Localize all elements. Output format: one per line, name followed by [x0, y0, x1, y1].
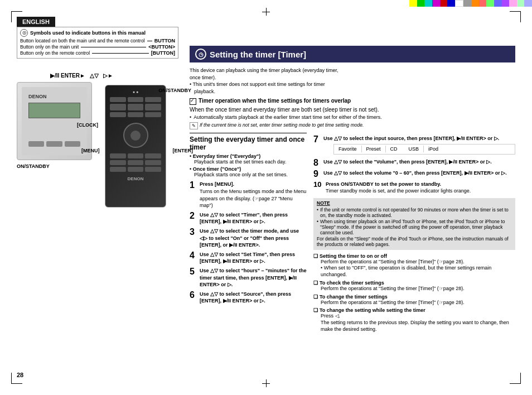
step-7: 7 Use △▽ to select the input source, the…	[313, 135, 515, 156]
remote-btn	[110, 97, 126, 102]
denon-logo: DENON	[28, 94, 47, 99]
source-preset: Preset	[364, 146, 383, 153]
sym-label-2: <BUTTON>	[148, 44, 175, 50]
sq-icon-1: ❑	[313, 253, 318, 259]
sym-line	[147, 41, 152, 41]
bottom-item-title-2: ❑ To check the timer settings	[313, 280, 515, 286]
symbols-title: Symbols used to indicate buttons in this…	[30, 30, 146, 36]
on-standby-remote: ON/STANDBY	[158, 88, 191, 93]
step-content-10: Press ON/STANDBY to set the power to sta…	[326, 181, 515, 195]
remote-btn	[110, 112, 126, 117]
steps-col: Setting the everyday timer and once time…	[190, 133, 307, 334]
sym-label-3: [BUTTON]	[151, 50, 175, 56]
bottom-item-text-2: Perform the operations at "Setting the t…	[321, 286, 515, 292]
step-content-6: Use △▽ to select "Source", then press [E…	[200, 291, 307, 305]
bottom-item-timer-onoff: ❑ Setting the timer to on or off Perform…	[313, 253, 515, 278]
overlap-bullet: • Automatically starts playback at the e…	[190, 114, 515, 120]
overlap-heading: Timer operation when the time settings f…	[199, 98, 351, 104]
remote-btn	[145, 160, 161, 165]
step-bold-8: Use △▽ to select the "Volume", then pres…	[323, 159, 492, 165]
ctrl-enter: ▶/II ENTER►	[50, 73, 85, 79]
step-4: 4 Use △▽ to select "Set Time", then pres…	[190, 251, 307, 265]
source-favorite: Favorite	[336, 146, 359, 153]
menu-label: [MENU]	[81, 148, 100, 153]
ctrl-buttons: ▶/II ENTER► △▽ ▷►	[17, 73, 181, 79]
remote-btn	[128, 104, 144, 110]
sym-line-3	[92, 53, 148, 54]
symbol-row-2: Button only on the main unit <BUTTON>	[20, 44, 175, 50]
unit-btn-1	[28, 141, 44, 147]
source-row: Favorite Preset CD USB iPod	[333, 144, 515, 155]
sym-row-text-2: Button only on the main unit	[20, 44, 79, 50]
step-num-6: 6	[190, 291, 197, 300]
step-bold-1: Press [MENU].	[200, 181, 234, 187]
source-cd: CD	[388, 146, 400, 153]
step-num-5: 5	[190, 267, 197, 276]
note-icon: ✎	[190, 122, 198, 129]
remote-btn	[110, 104, 126, 110]
overlap-checkbox-row: Timer operation when the time settings f…	[190, 98, 515, 105]
bottom-item-text-3: Perform the operations at "Setting the t…	[321, 300, 515, 306]
overlap-section: Timer operation when the time settings f…	[190, 98, 515, 120]
cross-top	[262, 8, 270, 16]
step-content-4: Use △▽ to select "Set Time", then press …	[200, 251, 307, 265]
note-item-1: • If the unit or remote control is not o…	[317, 207, 512, 218]
source-div	[423, 146, 424, 152]
page-number: 28	[17, 372, 23, 378]
step-bold-6: Use △▽ to select "Source", then press [E…	[200, 291, 291, 304]
bottom-item-title-4: ❑ To change the setting while setting th…	[313, 307, 515, 313]
step-3: 3 Use △▽ to select the timer mode, and u…	[190, 228, 307, 249]
nav-circle	[123, 123, 148, 148]
main-unit: DENON	[17, 82, 92, 160]
remote-btn	[145, 104, 161, 110]
main-title: ◷ Setting the timer [Timer]	[190, 46, 515, 62]
bottom-item-text-4: Press ◁. The setting returns to the prev…	[321, 313, 515, 333]
note-overlap-text: If the current time is not set, enter ti…	[200, 122, 364, 128]
overlap-bold-text: When the once timer and everyday timer a…	[190, 107, 379, 113]
step-bold-5: Use △▽ to select "hours" – "minutes" for…	[200, 268, 307, 287]
step-9: 9 Use △▽ to select the volume "0 – 60", …	[313, 170, 515, 179]
sym-line-2	[81, 47, 146, 47]
step-bold-10: Press ON/STANDBY to set the power to sta…	[326, 181, 441, 187]
bottom-title-text-4: To change the setting while setting the …	[320, 307, 425, 313]
note-bullet: •	[317, 207, 318, 218]
step-text-1: Turns on the Menu settings mode and the …	[200, 189, 306, 208]
remote-btn	[128, 167, 144, 172]
unit-btn-3	[65, 141, 80, 147]
bottom-title-text-1: Setting the timer to on or off	[320, 253, 387, 259]
left-panel: ▶/II ENTER► △▽ ▷► DENON ON/STANDBY	[17, 73, 181, 208]
step-1: 1 Press [MENU]. Turns on the Menu settin…	[190, 181, 307, 209]
note-box: NOTE • If the unit or remote control is …	[313, 198, 515, 250]
step-num-7: 7	[313, 135, 321, 144]
note-text-1: If the unit or remote control is not ope…	[320, 207, 512, 218]
english-header: ENGLISH	[17, 17, 55, 27]
remote-btn	[145, 167, 161, 172]
main-title-text: Setting the timer [Timer]	[210, 50, 306, 59]
step-content-8: Use △▽ to select the "Volume", then pres…	[323, 158, 515, 166]
cross-bottom	[262, 379, 270, 387]
step-bold-4: Use △▽ to select "Set Time", then press …	[200, 252, 295, 264]
source-div	[385, 146, 386, 152]
main-unit-inner: DENON	[22, 87, 87, 155]
sym-row-text: Button located on both the main unit and…	[20, 38, 145, 44]
bottom-sections: ❑ Setting the timer to on or off Perform…	[313, 253, 515, 333]
step-content-3: Use △▽ to select the timer mode, and use…	[200, 228, 307, 249]
display-screen	[28, 103, 80, 118]
overlap-bold: When the once timer and everyday timer a…	[190, 107, 515, 113]
once-label: • Once timer ("Once")	[190, 166, 307, 172]
step-8: 8 Use △▽ to select the "Volume", then pr…	[313, 158, 515, 167]
remote-btn	[128, 97, 144, 102]
remote-grid	[105, 94, 166, 121]
note-text-3: For details on the "Sleep" mode of the i…	[317, 236, 512, 247]
nav-center	[130, 131, 141, 141]
step-content-2: Use △▽ to select "Timer", then press [EN…	[200, 211, 307, 225]
bottom-title-text-3: To change the timer settings	[320, 294, 388, 300]
symbol-row-3: Button only on the remote control [BUTTO…	[20, 50, 175, 56]
timer-icon: ◷	[195, 49, 206, 60]
step-num-2: 2	[190, 211, 197, 220]
sym-label-1: BUTTON	[154, 38, 175, 44]
everyday-title: Setting the everyday timer and once time…	[190, 136, 307, 151]
step-content-1: Press [MENU]. Turns on the Menu settings…	[200, 181, 307, 209]
remote-btn	[145, 112, 161, 117]
bottom-item-change-during: ❑ To change the setting while setting th…	[313, 307, 515, 333]
